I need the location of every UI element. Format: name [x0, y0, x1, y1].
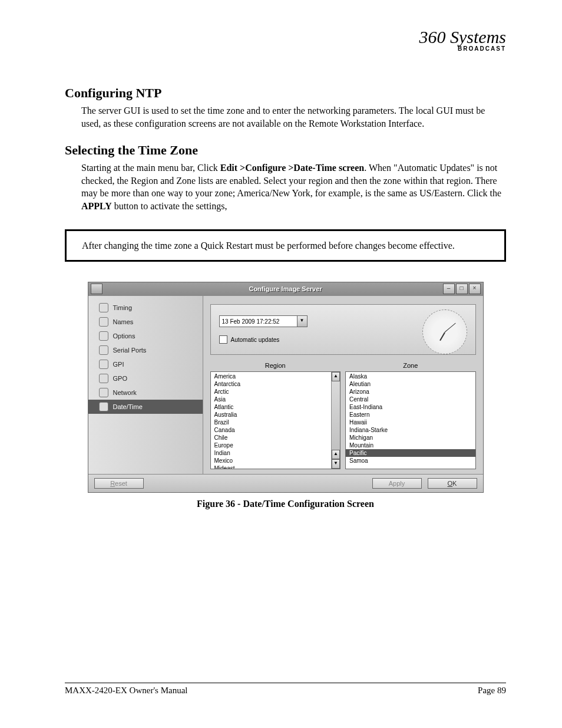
- list-item[interactable]: Arizona: [346, 388, 475, 396]
- sidebar-item-label: Serial Ports: [113, 347, 147, 354]
- sidebar-item-names[interactable]: Names: [88, 315, 203, 329]
- scroll-up-icon[interactable]: ▲: [332, 372, 340, 381]
- tz-menu-path: Edit >Configure >Date-Time screen: [220, 163, 364, 173]
- list-item[interactable]: America: [211, 373, 340, 380]
- sidebar-item-label: GPO: [113, 375, 127, 382]
- sidebar-icon: [99, 360, 108, 369]
- tz-apply-word: APPLY: [81, 201, 112, 211]
- list-item[interactable]: Mountain: [346, 442, 475, 449]
- sidebar-icon: [99, 303, 108, 312]
- scroll-down-icon[interactable]: ▼: [332, 459, 340, 469]
- list-item[interactable]: Brazil: [211, 419, 340, 426]
- note-box: After changing the time zone a Quick Res…: [65, 229, 506, 262]
- paragraph-ntp: The server GUI is used to set the time z…: [81, 104, 506, 130]
- figure-caption: Figure 36 - Date/Time Configuration Scre…: [65, 499, 506, 509]
- sidebar: TimingNamesOptionsSerial PortsGPIGPONetw…: [88, 296, 203, 474]
- analog-clock: [422, 309, 467, 354]
- list-item[interactable]: Atlantic: [211, 403, 340, 411]
- scroll-up2-icon[interactable]: ▲: [332, 450, 340, 459]
- automatic-updates-label: Automatic updates: [231, 337, 280, 343]
- note-text: After changing the time zone a Quick Res…: [82, 241, 455, 251]
- page-footer: MAXX-2420-EX Owner's Manual Page 89: [65, 683, 506, 696]
- logo-main: 360 Systems: [419, 28, 506, 46]
- sidebar-icon: [99, 402, 108, 411]
- list-item[interactable]: Europe: [211, 442, 340, 449]
- list-item[interactable]: Michigan: [346, 434, 475, 442]
- footer-left: MAXX-2420-EX Owner's Manual: [65, 686, 188, 696]
- sidebar-item-label: GPI: [113, 361, 124, 368]
- button-bar: Reset Apply OK: [88, 474, 483, 492]
- minimize-button[interactable]: –: [443, 284, 455, 294]
- list-item[interactable]: Aleutian: [346, 380, 475, 388]
- list-item[interactable]: Canada: [211, 426, 340, 434]
- region-listbox[interactable]: AmericaAntarcticaArcticAsiaAtlanticAustr…: [210, 371, 341, 469]
- list-item[interactable]: Eastern: [346, 411, 475, 419]
- zone-listbox[interactable]: AlaskaAleutianArizonaCentralEast-Indiana…: [345, 371, 476, 469]
- reset-button[interactable]: Reset: [94, 478, 144, 489]
- sidebar-item-date-time[interactable]: Date/Time: [88, 400, 203, 414]
- sidebar-item-gpi[interactable]: GPI: [88, 357, 203, 371]
- sidebar-item-timing[interactable]: Timing: [88, 301, 203, 315]
- chevron-down-icon[interactable]: ▼: [297, 316, 307, 327]
- list-item[interactable]: Mideast: [211, 465, 340, 469]
- ok-button[interactable]: OK: [428, 478, 477, 489]
- datetime-value: 13 Feb 2009 17:22:52: [220, 318, 297, 325]
- maximize-button[interactable]: □: [456, 284, 468, 294]
- region-label: Region: [210, 361, 341, 371]
- titlebar[interactable]: Configure Image Server – □ ×: [88, 282, 483, 295]
- sidebar-icon: [99, 331, 108, 341]
- list-item[interactable]: Pacific: [346, 449, 475, 457]
- list-item[interactable]: Samoa: [346, 457, 475, 465]
- list-item[interactable]: East-Indiana: [346, 403, 475, 411]
- list-item[interactable]: Antarctica: [211, 380, 340, 388]
- window-title: Configure Image Server: [88, 285, 483, 292]
- sidebar-item-label: Names: [113, 318, 134, 325]
- sidebar-item-label: Options: [113, 332, 135, 340]
- list-item[interactable]: Indiana-Starke: [346, 426, 475, 434]
- brand-logo: 360 Systems BROADCAST: [419, 28, 506, 52]
- sidebar-item-serial-ports[interactable]: Serial Ports: [88, 343, 203, 357]
- sidebar-icon: [99, 345, 108, 355]
- list-item[interactable]: Australia: [211, 411, 340, 419]
- sidebar-item-label: Network: [113, 389, 137, 396]
- sidebar-item-gpo[interactable]: GPO: [88, 371, 203, 386]
- tz-text-post: button to activate the settings,: [112, 201, 227, 211]
- logo-sub: BROADCAST: [419, 46, 506, 52]
- list-item[interactable]: Central: [346, 396, 475, 403]
- sidebar-icon: [99, 388, 108, 397]
- paragraph-timezone: Starting at the main menu bar, Click Edi…: [81, 162, 506, 212]
- heading-selecting-timezone: Selecting the Time Zone: [65, 143, 506, 158]
- sidebar-item-label: Timing: [113, 304, 133, 311]
- automatic-updates-checkbox[interactable]: [219, 335, 227, 344]
- sidebar-icon: [99, 317, 108, 327]
- configure-image-server-dialog: Configure Image Server – □ × TimingNames…: [88, 282, 484, 493]
- datetime-field[interactable]: 13 Feb 2009 17:22:52 ▼: [219, 315, 308, 327]
- zone-label: Zone: [345, 361, 476, 371]
- list-item[interactable]: Arctic: [211, 388, 340, 396]
- list-item[interactable]: Alaska: [346, 373, 475, 380]
- list-item[interactable]: Indian: [211, 449, 340, 457]
- close-button[interactable]: ×: [469, 284, 481, 294]
- sidebar-icon: [99, 374, 108, 383]
- sidebar-item-label: Date/Time: [113, 403, 143, 410]
- heading-configuring-ntp: Configuring NTP: [65, 85, 506, 101]
- region-scrollbar[interactable]: ▲ ▲ ▼: [331, 372, 340, 469]
- list-item[interactable]: Chile: [211, 434, 340, 442]
- sidebar-item-options[interactable]: Options: [88, 329, 203, 343]
- sidebar-item-network[interactable]: Network: [88, 386, 203, 400]
- list-item[interactable]: Asia: [211, 396, 340, 403]
- main-panel: 13 Feb 2009 17:22:52 ▼ Automatic updates…: [203, 296, 483, 474]
- tz-text-pre: Starting at the main menu bar, Click: [81, 163, 220, 173]
- datetime-panel: 13 Feb 2009 17:22:52 ▼ Automatic updates: [210, 304, 476, 355]
- list-item[interactable]: Mexico: [211, 457, 340, 465]
- footer-right: Page 89: [478, 686, 506, 696]
- apply-button[interactable]: Apply: [372, 478, 422, 489]
- list-item[interactable]: Hawaii: [346, 419, 475, 426]
